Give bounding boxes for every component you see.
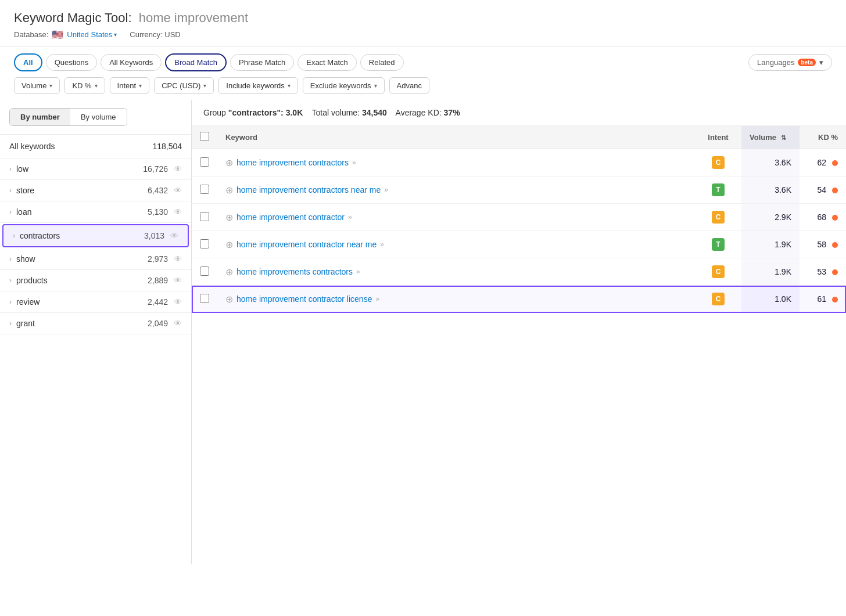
sidebar-item-store[interactable]: › store 6,432 👁 bbox=[0, 180, 191, 201]
select-all-checkbox[interactable] bbox=[200, 132, 209, 141]
group-stats: Group "contractors": 3.0K Total volume: … bbox=[192, 100, 846, 126]
keyword-link[interactable]: ⊕ home improvement contractor near me » bbox=[225, 239, 687, 250]
intent-cell: C bbox=[695, 258, 741, 286]
currency-label: Currency: USD bbox=[130, 30, 180, 39]
intent-cell: C bbox=[695, 204, 741, 231]
chevron-right-icon: › bbox=[13, 232, 15, 240]
keyword-cell: ⊕ home improvement contractors » bbox=[217, 149, 695, 176]
sidebar-item-count: 5,130 bbox=[148, 207, 168, 217]
kd-cell: 61 bbox=[800, 286, 846, 313]
row-checkbox[interactable] bbox=[200, 239, 209, 248]
eye-icon[interactable]: 👁 bbox=[174, 297, 182, 307]
intent-cell: C bbox=[695, 286, 741, 313]
sidebar-item-count: 3,013 bbox=[144, 231, 164, 240]
keyword-link[interactable]: ⊕ home improvement contractor license » bbox=[225, 294, 687, 305]
sidebar-item-count: 2,442 bbox=[148, 297, 168, 307]
header-meta: Database: 🇺🇸 United States ▾ Currency: U… bbox=[14, 29, 832, 40]
keyword-link[interactable]: ⊕ home improvements contractors » bbox=[225, 266, 687, 278]
keyword-cell: ⊕ home improvement contractors near me » bbox=[217, 176, 695, 204]
eye-icon[interactable]: 👁 bbox=[174, 164, 182, 174]
avg-kd: 37% bbox=[444, 108, 460, 117]
kd-cell: 62 bbox=[800, 149, 846, 176]
intent-filter[interactable]: Intent ▾ bbox=[110, 77, 150, 94]
sidebar-item-low[interactable]: › low 16,726 👁 bbox=[0, 158, 191, 180]
eye-icon[interactable]: 👁 bbox=[174, 276, 182, 285]
exclude-keywords-label: Exclude keywords bbox=[310, 81, 371, 90]
tab-related[interactable]: Related bbox=[360, 54, 404, 71]
eye-icon[interactable]: 👁 bbox=[174, 319, 182, 328]
intent-cell: T bbox=[695, 176, 741, 204]
page-wrapper: Keyword Magic Tool: home improvement Dat… bbox=[0, 0, 846, 616]
col-volume[interactable]: Volume ⇅ bbox=[741, 126, 800, 149]
keyword-link[interactable]: ⊕ home improvement contractors » bbox=[225, 157, 687, 168]
database-link[interactable]: United States ▾ bbox=[67, 30, 117, 39]
eye-icon[interactable]: 👁 bbox=[174, 186, 182, 195]
eye-icon[interactable]: 👁 bbox=[170, 231, 178, 240]
row-checkbox[interactable] bbox=[200, 157, 209, 167]
col-kd[interactable]: KD % bbox=[800, 126, 846, 149]
kd-indicator bbox=[832, 269, 838, 275]
intent-cell: T bbox=[695, 231, 741, 258]
chevron-down-icon: ▾ bbox=[374, 82, 377, 89]
volume-cell: 3.6K bbox=[741, 176, 800, 204]
include-keywords-filter[interactable]: Include keywords ▾ bbox=[218, 77, 297, 94]
row-checkbox[interactable] bbox=[200, 212, 209, 221]
row-checkbox[interactable] bbox=[200, 294, 209, 303]
col-keyword[interactable]: Keyword bbox=[217, 126, 695, 149]
by-number-button[interactable]: By number bbox=[10, 109, 70, 125]
sidebar-item-label: review bbox=[16, 297, 148, 307]
add-icon: ⊕ bbox=[225, 294, 233, 305]
col-checkbox bbox=[192, 126, 217, 149]
include-keywords-label: Include keywords bbox=[226, 81, 284, 90]
tab-all-keywords[interactable]: All Keywords bbox=[101, 54, 162, 71]
row-checkbox[interactable] bbox=[200, 266, 209, 276]
languages-button[interactable]: Languages beta ▾ bbox=[748, 54, 832, 71]
row-checkbox[interactable] bbox=[200, 185, 209, 194]
kd-label: KD % bbox=[72, 81, 91, 90]
sort-icon: ⇅ bbox=[781, 134, 786, 141]
sidebar-item-label: show bbox=[16, 254, 148, 264]
advanced-filter[interactable]: Advanc bbox=[389, 77, 429, 94]
kd-cell: 58 bbox=[800, 231, 846, 258]
eye-icon[interactable]: 👁 bbox=[174, 207, 182, 217]
arrows-icon: » bbox=[375, 295, 379, 303]
keyword-link[interactable]: ⊕ home improvement contractor » bbox=[225, 212, 687, 223]
cpc-filter[interactable]: CPC (USD) ▾ bbox=[154, 77, 214, 94]
exclude-keywords-filter[interactable]: Exclude keywords ▾ bbox=[303, 77, 385, 94]
kd-filter[interactable]: KD % ▾ bbox=[64, 77, 105, 94]
keyword-link[interactable]: ⊕ home improvement contractors near me » bbox=[225, 185, 687, 196]
kd-indicator bbox=[832, 242, 838, 248]
sidebar-item-loan[interactable]: › loan 5,130 👁 bbox=[0, 201, 191, 223]
keyword-text: home improvements contractors bbox=[236, 267, 353, 276]
chevron-right-icon: › bbox=[9, 319, 12, 327]
page-title: Keyword Magic Tool: home improvement bbox=[14, 10, 832, 26]
volume-filter[interactable]: Volume ▾ bbox=[14, 77, 60, 94]
chevron-right-icon: › bbox=[9, 255, 12, 263]
tab-phrase-match[interactable]: Phrase Match bbox=[230, 54, 294, 71]
arrows-icon: » bbox=[356, 268, 360, 276]
kd-indicator bbox=[832, 215, 838, 221]
sidebar-item-contractors[interactable]: › contractors 3,013 👁 bbox=[2, 224, 189, 247]
chevron-right-icon: › bbox=[9, 186, 12, 194]
sidebar-controls: By number By volume bbox=[0, 100, 191, 134]
tab-broad-match[interactable]: Broad Match bbox=[165, 53, 227, 71]
total-volume: 34,540 bbox=[362, 108, 387, 117]
col-intent[interactable]: Intent bbox=[695, 126, 741, 149]
right-panel: Group "contractors": 3.0K Total volume: … bbox=[192, 100, 846, 564]
sidebar-item-review[interactable]: › review 2,442 👁 bbox=[0, 291, 191, 313]
sidebar-item-grant[interactable]: › grant 2,049 👁 bbox=[0, 313, 191, 334]
chevron-right-icon: › bbox=[9, 298, 12, 306]
by-volume-button[interactable]: By volume bbox=[70, 109, 127, 125]
chevron-right-icon: › bbox=[9, 165, 12, 173]
kd-indicator bbox=[832, 297, 838, 302]
tab-questions[interactable]: Questions bbox=[46, 54, 98, 71]
tab-all[interactable]: All bbox=[14, 53, 42, 71]
volume-cell: 3.6K bbox=[741, 149, 800, 176]
sidebar-item-products[interactable]: › products 2,889 👁 bbox=[0, 270, 191, 291]
tab-exact-match[interactable]: Exact Match bbox=[297, 54, 357, 71]
table-row: ⊕ home improvement contractor near me » … bbox=[192, 231, 846, 258]
keyword-cell: ⊕ home improvement contractor » bbox=[217, 204, 695, 231]
keyword-text: home improvement contractors near me bbox=[236, 185, 381, 194]
sidebar-item-show[interactable]: › show 2,973 👁 bbox=[0, 248, 191, 270]
eye-icon[interactable]: 👁 bbox=[174, 254, 182, 264]
